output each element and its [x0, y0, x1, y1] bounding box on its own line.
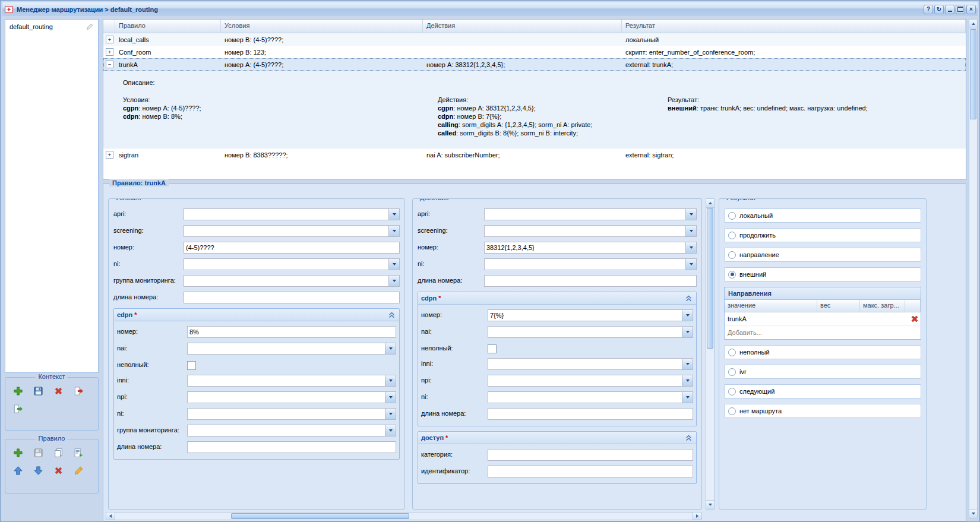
cdpn-ni-input[interactable] — [188, 409, 385, 419]
rule-row-conf-room[interactable]: + Conf_room номер B: 123; скрипт: enter_… — [103, 46, 966, 58]
collapse-button[interactable]: − — [106, 61, 113, 68]
column-header-conditions[interactable]: Условия — [221, 20, 423, 33]
act-cdpn-ni-combo[interactable] — [488, 391, 693, 403]
act-cdpn-ni-input[interactable] — [488, 392, 682, 403]
act-cdpn-npi-combo[interactable] — [488, 375, 693, 387]
maximize-button[interactable] — [956, 5, 965, 14]
result-option-ivr[interactable]: ivr — [724, 365, 921, 379]
direction-row-trunka[interactable]: trunkA — [725, 312, 921, 326]
directions-column-maxload[interactable]: макс. загр... — [860, 300, 905, 312]
result-option-direction[interactable]: направление — [724, 248, 921, 262]
screening-input[interactable] — [184, 226, 388, 236]
expand-button[interactable]: + — [106, 36, 113, 43]
cdpn-number-input[interactable] — [187, 326, 396, 338]
save-rule-button[interactable] — [33, 447, 43, 458]
main-scrollbar[interactable] — [969, 19, 978, 518]
act-apri-input[interactable] — [485, 209, 685, 220]
result-option-next[interactable]: следующий — [724, 384, 921, 398]
access-identifier-input[interactable] — [488, 466, 693, 477]
access-panel-header[interactable]: доступ * — [418, 432, 696, 444]
context-list-item[interactable]: default_routing — [5, 20, 98, 34]
cdpn-nai-combo[interactable] — [187, 343, 396, 355]
access-category-input[interactable] — [488, 449, 693, 461]
act-cdpn-incomplete-checkbox[interactable] — [488, 344, 497, 353]
ni-combo[interactable] — [184, 258, 400, 270]
dropdown-trigger-icon[interactable] — [385, 343, 396, 354]
directions-column-weight[interactable]: вес — [817, 300, 860, 312]
dropdown-trigger-icon[interactable] — [388, 276, 399, 286]
act-cdpn-inni-combo[interactable] — [488, 358, 693, 370]
number-length-input[interactable] — [184, 292, 400, 303]
move-rule-up-button[interactable] — [12, 465, 23, 476]
apri-input[interactable] — [184, 209, 388, 220]
scroll-left-button[interactable] — [106, 512, 115, 520]
copy-rule-button[interactable] — [53, 447, 64, 458]
number-input[interactable] — [184, 242, 400, 254]
delete-context-button[interactable] — [53, 385, 64, 396]
collapse-panel-icon[interactable] — [684, 294, 693, 303]
cdpn-actions-panel-header[interactable]: cdpn * — [418, 292, 696, 305]
collapse-panel-icon[interactable] — [684, 434, 693, 442]
dropdown-trigger-icon[interactable] — [685, 226, 696, 236]
window-titlebar[interactable]: Менеджер маршрутизации > default_routing… — [2, 2, 978, 16]
result-option-local[interactable]: локальный — [724, 208, 921, 223]
column-header-result[interactable]: Результат — [622, 20, 966, 33]
dropdown-trigger-icon[interactable] — [385, 375, 396, 386]
cdpn-monitoring-group-combo[interactable] — [187, 425, 396, 436]
column-header-actions[interactable]: Действия — [423, 20, 622, 33]
collapse-panel-icon[interactable] — [387, 311, 396, 319]
act-cdpn-number-combo[interactable] — [488, 309, 693, 321]
editor-scrollbar[interactable] — [706, 198, 715, 510]
result-option-external[interactable]: внешний — [724, 267, 921, 281]
dropdown-trigger-icon[interactable] — [388, 226, 399, 236]
dropdown-trigger-icon[interactable] — [685, 209, 696, 220]
dropdown-trigger-icon[interactable] — [388, 209, 399, 220]
minimize-button[interactable] — [945, 5, 954, 14]
dropdown-trigger-icon[interactable] — [385, 409, 396, 419]
act-ni-input[interactable] — [485, 259, 685, 270]
add-rule-button[interactable] — [12, 447, 23, 458]
scrollbar-thumb[interactable] — [231, 513, 409, 519]
add-direction-row[interactable]: Добавить... — [725, 326, 921, 339]
act-cdpn-inni-input[interactable] — [488, 359, 682, 369]
dropdown-trigger-icon[interactable] — [682, 327, 693, 337]
rename-rule-button[interactable] — [73, 447, 84, 458]
act-cdpn-number-length-input[interactable] — [488, 408, 693, 420]
cdpn-npi-input[interactable] — [188, 392, 385, 403]
dropdown-trigger-icon[interactable] — [682, 392, 693, 403]
dropdown-trigger-icon[interactable] — [385, 425, 396, 436]
column-header-rule[interactable]: Правило — [115, 20, 221, 33]
act-cdpn-npi-input[interactable] — [488, 375, 682, 386]
expand-button[interactable]: + — [106, 151, 113, 159]
rule-row-sigtran[interactable]: + sigtran номер B: 8383?????; nai A: sub… — [103, 148, 966, 161]
cdpn-ni-combo[interactable] — [187, 408, 396, 420]
cdpn-nai-input[interactable] — [188, 343, 385, 354]
result-option-incomplete[interactable]: неполный — [724, 345, 921, 359]
act-screening-combo[interactable] — [484, 225, 697, 237]
move-rule-down-button[interactable] — [33, 465, 43, 476]
rule-row-trunka[interactable]: − trunkA номер A: (4-5)????; номер A: 38… — [103, 58, 966, 71]
act-number-combo[interactable] — [484, 242, 697, 254]
directions-column-value[interactable]: значение — [725, 300, 817, 312]
scrollbar-thumb[interactable] — [707, 208, 713, 349]
scroll-down-button[interactable] — [706, 500, 714, 509]
screening-combo[interactable] — [184, 225, 400, 237]
help-button[interactable]: ? — [924, 5, 933, 14]
dropdown-trigger-icon[interactable] — [685, 242, 696, 253]
refresh-button[interactable]: ↻ — [934, 5, 944, 14]
save-context-button[interactable] — [33, 385, 43, 396]
dropdown-trigger-icon[interactable] — [682, 359, 693, 369]
monitoring-group-combo[interactable] — [184, 275, 400, 287]
act-number-length-input[interactable] — [484, 275, 697, 287]
close-button[interactable]: × — [966, 5, 976, 14]
monitoring-group-input[interactable] — [184, 276, 388, 286]
scroll-up-button[interactable] — [706, 199, 714, 208]
edit-rule-button[interactable] — [73, 465, 84, 476]
cdpn-number-length-input[interactable] — [187, 441, 396, 453]
edit-context-icon[interactable] — [86, 23, 94, 31]
dropdown-trigger-icon[interactable] — [685, 259, 696, 270]
act-cdpn-nai-input[interactable] — [488, 327, 682, 337]
dropdown-trigger-icon[interactable] — [682, 310, 693, 321]
cdpn-inni-input[interactable] — [188, 375, 385, 386]
result-option-continue[interactable]: продолжить — [724, 228, 921, 242]
